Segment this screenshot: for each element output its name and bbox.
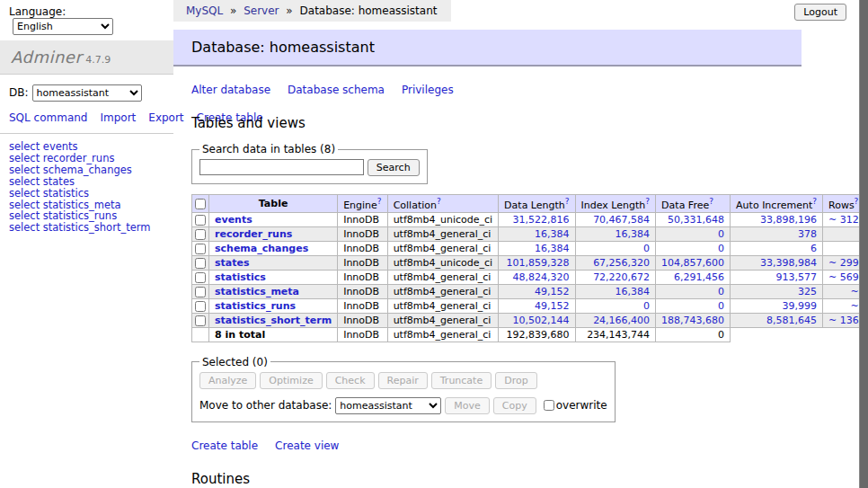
sidebar-link-select-statistics[interactable]: select statistics — [9, 188, 173, 200]
logout-button[interactable]: Logout — [794, 4, 846, 21]
row-checkbox-states[interactable] — [195, 258, 206, 269]
app-name: Adminer — [11, 48, 82, 67]
overwrite-checkbox[interactable] — [544, 400, 554, 411]
language-select[interactable]: English — [13, 18, 113, 35]
move-row: Move to other database:homeassistantMove… — [199, 397, 607, 414]
analyze-button[interactable]: Analyze — [199, 372, 256, 389]
db-action-alter-database[interactable]: Alter database — [191, 84, 270, 96]
data-length-cell: 10,502,144 — [499, 313, 575, 327]
db-action-database-schema[interactable]: Database schema — [288, 84, 385, 96]
sidebar-link-select-recorder-runs[interactable]: select recorder_runs — [9, 153, 173, 164]
row-checkbox-statistics-short-term[interactable] — [195, 315, 206, 326]
data-length-cell: 16,384 — [499, 241, 575, 255]
db-select[interactable]: homeassistant — [32, 84, 142, 102]
sidebar-link-select-statistics-short-term[interactable]: select statistics_short_term — [9, 222, 173, 234]
sidebar-action-import[interactable]: Import — [100, 111, 136, 124]
data-free-cell: 0 — [656, 241, 731, 255]
column-header-index-length: Index Length? — [575, 195, 656, 213]
table-link-statistics[interactable]: statistics — [215, 271, 266, 283]
breadcrumb: MySQL » Server » Database: homeassistant — [173, 0, 451, 22]
data-length-cell: 48,824,320 — [499, 270, 575, 284]
bottom-link-create-table[interactable]: Create table — [191, 439, 258, 452]
search-input[interactable] — [199, 159, 364, 175]
data-length-cell: 101,859,328 — [499, 255, 575, 270]
row-checkbox-schema-changes[interactable] — [195, 244, 206, 254]
sidebar-action-sql-command[interactable]: SQL command — [9, 111, 87, 124]
engine-cell: InnoDB — [338, 284, 387, 298]
tables-section-title: Tables and views — [191, 115, 859, 131]
search-button[interactable]: Search — [368, 159, 420, 176]
row-checkbox-statistics[interactable] — [195, 272, 206, 283]
bottom-link-create-view[interactable]: Create view — [275, 439, 339, 452]
row-checkbox-events[interactable] — [195, 215, 206, 226]
overwrite-label: overwrite — [556, 399, 607, 412]
search-legend: Search data in tables (8) — [199, 143, 338, 155]
vertical-scrollbar[interactable] — [859, 0, 868, 488]
column-header-engine: Engine? — [338, 195, 387, 213]
main-content: MySQL » Server » Database: homeassistant… — [173, 0, 859, 488]
help-link-collation[interactable]: ? — [437, 197, 441, 206]
sidebar-link-select-states[interactable]: select states — [9, 176, 173, 188]
collation-cell: utf8mb4_unicode_ci — [387, 212, 498, 226]
move-button[interactable]: Move — [445, 397, 490, 414]
engine-cell: InnoDB — [338, 212, 387, 226]
help-link-index-length[interactable]: ? — [645, 197, 650, 206]
app-title-bar: Adminer4.7.9 — [0, 40, 173, 75]
auto-increment-cell: 8,581,645 — [731, 313, 823, 327]
table-link-statistics-short-term[interactable]: statistics_short_term — [215, 315, 332, 326]
table-link-schema-changes[interactable]: schema_changes — [215, 243, 308, 254]
total-cell: InnoDB — [338, 327, 387, 342]
data-free-cell: 6,291,456 — [656, 270, 731, 284]
breadcrumb-link-mysql[interactable]: MySQL — [186, 4, 223, 17]
table-link-states[interactable]: states — [215, 257, 250, 269]
table-header: TableEngine?Collation?Data Length?Index … — [192, 195, 868, 213]
help-link-data-free[interactable]: ? — [709, 197, 713, 206]
engine-cell: InnoDB — [338, 226, 387, 241]
table-link-events[interactable]: events — [215, 214, 252, 226]
db-action-privileges[interactable]: Privileges — [402, 84, 454, 96]
breadcrumb-link-server[interactable]: Server — [244, 4, 279, 17]
engine-cell: InnoDB — [338, 255, 387, 270]
row-checkbox-statistics-runs[interactable] — [195, 301, 206, 312]
drop-button[interactable]: Drop — [495, 372, 536, 389]
optimize-button[interactable]: Optimize — [260, 372, 322, 389]
table-link-statistics-runs[interactable]: statistics_runs — [215, 300, 296, 312]
index-length-cell: 16,384 — [575, 226, 656, 241]
row-checkbox-recorder-runs[interactable] — [195, 229, 206, 240]
column-header-data-length: Data Length? — [499, 195, 575, 213]
data-free-cell: 0 — [656, 298, 731, 313]
table-total-row: 8 in totalInnoDButf8mb4_general_ci192,83… — [192, 327, 868, 342]
auto-increment-cell: 39,999 — [731, 298, 823, 313]
help-link-rows[interactable]: ? — [855, 197, 859, 206]
db-label: DB: — [9, 86, 29, 99]
move-label: Move to other database: — [199, 399, 332, 412]
row-checkbox-statistics-meta[interactable] — [195, 287, 206, 297]
table-row-statistics: statisticsInnoDButf8mb4_general_ci48,824… — [192, 270, 868, 284]
select-all-checkbox[interactable] — [195, 199, 206, 209]
auto-increment-cell: 6 — [731, 241, 823, 255]
auto-increment-cell: 33,398,984 — [731, 255, 823, 270]
truncate-button[interactable]: Truncate — [431, 372, 492, 389]
total-cell: 8 in total — [209, 327, 338, 342]
collation-cell: utf8mb4_unicode_ci — [387, 255, 498, 270]
column-header-table: Table — [209, 195, 338, 213]
table-row-states: statesInnoDButf8mb4_unicode_ci101,859,32… — [192, 255, 868, 270]
table-row-statistics-runs: statistics_runsInnoDButf8mb4_general_ci4… — [192, 298, 868, 313]
sidebar-link-select-schema-changes[interactable]: select schema_changes — [9, 164, 173, 176]
collation-cell: utf8mb4_general_ci — [387, 298, 498, 313]
create-links: Create tableCreate view — [191, 439, 859, 452]
help-link-data-length[interactable]: ? — [565, 197, 570, 206]
check-button[interactable]: Check — [326, 372, 375, 389]
table-link-recorder-runs[interactable]: recorder_runs — [215, 228, 292, 240]
collation-cell: utf8mb4_general_ci — [387, 241, 498, 255]
table-link-statistics-meta[interactable]: statistics_meta — [215, 286, 299, 297]
help-link-engine[interactable]: ? — [377, 197, 382, 206]
move-database-select[interactable]: homeassistant — [335, 397, 441, 414]
collation-cell: utf8mb4_general_ci — [387, 284, 498, 298]
repair-button[interactable]: Repair — [378, 372, 428, 389]
data-length-cell: 49,152 — [499, 284, 575, 298]
copy-button[interactable]: Copy — [493, 397, 536, 414]
help-link-auto-increment[interactable]: ? — [812, 197, 817, 206]
sidebar-link-select-events[interactable]: select events — [9, 141, 173, 153]
table-row-events: eventsInnoDButf8mb4_unicode_ci31,522,816… — [192, 212, 868, 226]
